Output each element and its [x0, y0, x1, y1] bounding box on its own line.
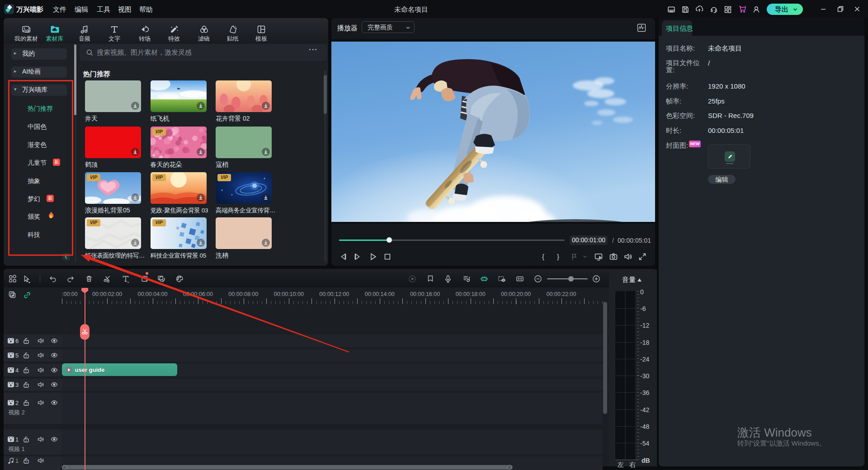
svg-text:T: T: [162, 279, 165, 283]
